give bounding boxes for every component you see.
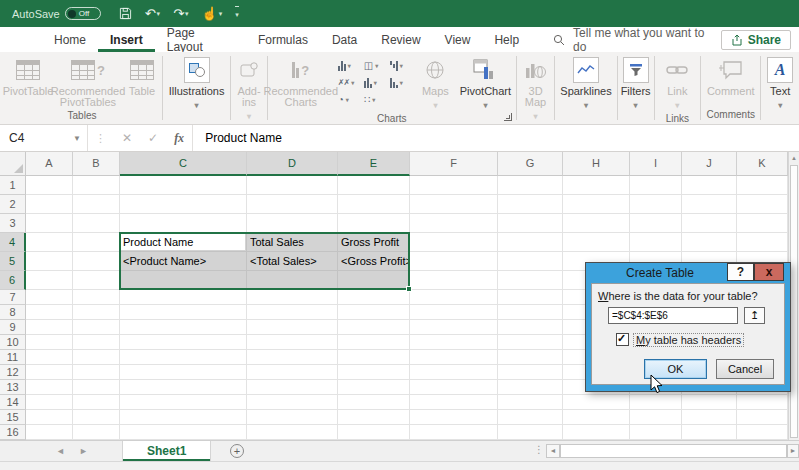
- cell-E5[interactable]: <Gross Profit>: [341, 252, 408, 271]
- formula-cancel-button[interactable]: ✕: [114, 131, 140, 145]
- name-box[interactable]: C4 ▼: [0, 125, 88, 151]
- column-header-C[interactable]: C: [120, 152, 247, 176]
- insert-combo-chart-button[interactable]: [390, 77, 416, 88]
- column-header-F[interactable]: F: [410, 152, 498, 176]
- hscroll-splitter[interactable]: ⋮: [534, 444, 544, 455]
- collapse-dialog-button[interactable]: ↥: [744, 307, 765, 324]
- select-all-corner[interactable]: [0, 152, 26, 176]
- column-header-B[interactable]: B: [73, 152, 120, 176]
- column-header-A[interactable]: A: [26, 152, 73, 176]
- tab-home[interactable]: Home: [42, 27, 98, 52]
- tab-review[interactable]: Review: [369, 27, 432, 52]
- column-header-J[interactable]: J: [682, 152, 737, 176]
- cell-E4[interactable]: Gross Profit: [341, 233, 408, 252]
- maps-button[interactable]: Maps: [416, 55, 455, 113]
- tab-insert[interactable]: Insert: [98, 27, 155, 52]
- autosave-toggle[interactable]: AutoSave Off: [12, 7, 101, 20]
- share-button[interactable]: Share: [721, 30, 791, 50]
- dialog-help-button[interactable]: ?: [727, 263, 754, 281]
- row-header-8[interactable]: 8: [0, 305, 26, 320]
- row-header-7[interactable]: 7: [0, 290, 26, 305]
- 3d-map-button[interactable]: 3D Map: [518, 55, 554, 124]
- row-header-15[interactable]: 15: [0, 410, 26, 425]
- insert-hierarchy-chart-button[interactable]: ◫: [364, 60, 390, 71]
- insert-function-button[interactable]: fx: [166, 131, 192, 146]
- table-range-input[interactable]: [608, 307, 738, 324]
- insert-scatter-chart-button[interactable]: ∷: [364, 94, 390, 105]
- insert-waterfall-chart-button[interactable]: [390, 60, 416, 71]
- text-button[interactable]: A Text: [762, 55, 798, 113]
- autosave-pill[interactable]: Off: [65, 7, 101, 20]
- pivotchart-button[interactable]: PivotChart: [455, 55, 516, 113]
- touch-mouse-mode-button[interactable]: ☝▾: [202, 7, 223, 20]
- fill-handle[interactable]: [406, 286, 412, 292]
- chevron-down-icon[interactable]: ▾: [185, 7, 189, 20]
- recommended-pivottables-button[interactable]: ? Recommended PivotTables: [54, 55, 122, 110]
- cancel-button[interactable]: Cancel: [716, 359, 774, 379]
- row-header-12[interactable]: 12: [0, 365, 26, 380]
- column-header-K[interactable]: K: [737, 152, 788, 176]
- chevron-down-icon[interactable]: ▼: [73, 134, 81, 143]
- row-header-2[interactable]: 2: [0, 195, 26, 214]
- chevron-down-icon[interactable]: ▾: [219, 7, 223, 20]
- row-header-4[interactable]: 4: [0, 233, 26, 252]
- sheet-prev-icon[interactable]: ◄: [56, 446, 65, 456]
- row-header-3[interactable]: 3: [0, 214, 26, 233]
- insert-pie-chart-button[interactable]: ◔: [338, 94, 364, 105]
- cell-D4[interactable]: Total Sales: [250, 233, 336, 252]
- sheet-tab-sheet1[interactable]: Sheet1: [122, 441, 211, 461]
- pivottable-button[interactable]: PivotTable: [2, 55, 54, 99]
- my-table-has-headers-checkbox[interactable]: [616, 333, 629, 346]
- sparklines-button[interactable]: Sparklines: [556, 55, 616, 113]
- horizontal-scrollbar[interactable]: [560, 444, 787, 458]
- column-header-D[interactable]: D: [247, 152, 338, 176]
- recommended-charts-button[interactable]: ? Recommended Charts: [268, 55, 334, 110]
- row-header-11[interactable]: 11: [0, 350, 26, 365]
- comment-button[interactable]: Comment: [703, 55, 759, 99]
- column-header-I[interactable]: I: [630, 152, 682, 176]
- addins-button[interactable]: Add-ins: [232, 55, 266, 124]
- link-button[interactable]: Link: [657, 55, 697, 113]
- tab-view[interactable]: View: [433, 27, 483, 52]
- row-header-5[interactable]: 5: [0, 252, 26, 271]
- tab-formulas[interactable]: Formulas: [246, 27, 320, 52]
- column-header-E[interactable]: E: [338, 152, 410, 176]
- tab-page-layout[interactable]: Page Layout: [155, 27, 246, 52]
- cell-C4[interactable]: Product Name: [123, 233, 245, 252]
- tab-help[interactable]: Help: [482, 27, 531, 52]
- filters-button[interactable]: Filters: [618, 55, 654, 113]
- row-header-14[interactable]: 14: [0, 395, 26, 410]
- dialog-close-button[interactable]: x: [754, 263, 784, 281]
- insert-column-chart-button[interactable]: [338, 60, 364, 71]
- scroll-left-arrow-icon[interactable]: ◄: [546, 444, 560, 458]
- column-header-H[interactable]: H: [563, 152, 630, 176]
- new-sheet-button[interactable]: +: [230, 444, 244, 458]
- illustrations-button[interactable]: Illustrations: [166, 55, 228, 113]
- formula-bar-splitter[interactable]: ⋮: [88, 132, 114, 145]
- formula-bar-value[interactable]: Product Name: [192, 125, 799, 151]
- undo-button[interactable]: ↶▾: [145, 7, 160, 20]
- tab-data[interactable]: Data: [320, 27, 369, 52]
- headers-checkbox-label[interactable]: My table has headers: [634, 334, 743, 346]
- chevron-down-icon[interactable]: ▾: [157, 7, 161, 20]
- cell-C5[interactable]: <Product Name>: [123, 252, 245, 271]
- insert-line-chart-button[interactable]: ✗✗: [338, 77, 364, 88]
- row-header-1[interactable]: 1: [0, 176, 26, 195]
- column-header-G[interactable]: G: [498, 152, 563, 176]
- formula-enter-button[interactable]: ✓: [140, 131, 166, 145]
- customize-qat-button[interactable]: ▾: [235, 6, 239, 21]
- vertical-scrollbar-thumb[interactable]: [790, 165, 798, 438]
- charts-dialog-launcher-icon[interactable]: [504, 113, 512, 121]
- redo-button[interactable]: ↷▾: [173, 7, 188, 20]
- row-header-10[interactable]: 10: [0, 335, 26, 350]
- row-header-16[interactable]: 16: [0, 425, 26, 440]
- tell-me-search[interactable]: Tell me what you want to do: [553, 27, 721, 52]
- sheet-next-icon[interactable]: ►: [79, 446, 88, 456]
- row-header-6[interactable]: 6: [0, 271, 26, 290]
- cell-D5[interactable]: <Total Sales>: [250, 252, 336, 271]
- save-button[interactable]: [119, 7, 132, 20]
- scroll-up-arrow-icon[interactable]: ▲: [789, 152, 799, 164]
- row-header-9[interactable]: 9: [0, 320, 26, 335]
- insert-statistic-chart-button[interactable]: [364, 77, 390, 88]
- scroll-right-arrow-icon[interactable]: ►: [787, 444, 799, 458]
